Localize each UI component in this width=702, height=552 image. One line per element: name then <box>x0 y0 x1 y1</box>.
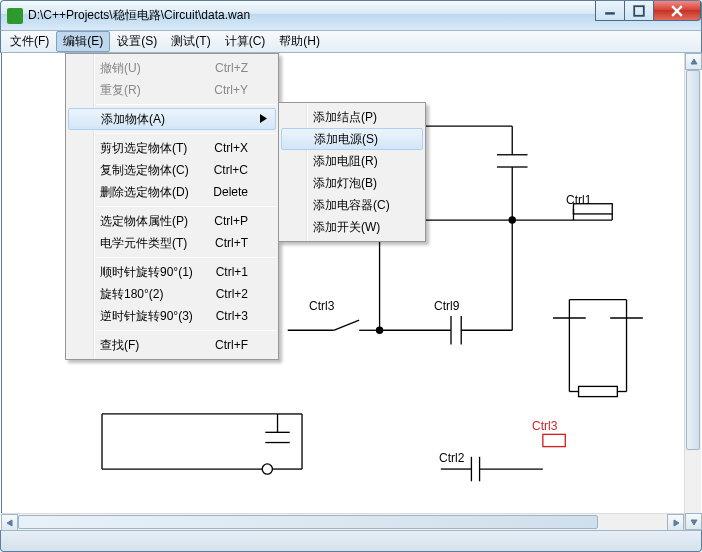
menu-calc[interactable]: 计算(C) <box>218 31 273 52</box>
menu-rotate-ccw[interactable]: 逆时针旋转90°(3)Ctrl+3 <box>66 305 278 327</box>
menu-find[interactable]: 查找(F)Ctrl+F <box>66 334 278 356</box>
vertical-scrollbar[interactable] <box>684 53 701 530</box>
menu-add-object[interactable]: 添加物体(A) <box>68 108 276 130</box>
menu-rotate-180[interactable]: 旋转180°(2)Ctrl+2 <box>66 283 278 305</box>
label-ctrl3-red: Ctrl3 <box>532 419 557 433</box>
svg-line-18 <box>334 320 360 330</box>
menu-help[interactable]: 帮助(H) <box>272 31 327 52</box>
add-object-submenu: 添加结点(P) 添加电源(S) 添加电阻(R) 添加灯泡(B) 添加电容器(C)… <box>278 102 426 242</box>
submenu-add-bulb[interactable]: 添加灯泡(B) <box>279 172 425 194</box>
edit-menu-dropdown: 撤销(U)Ctrl+Z 重复(R)Ctrl+Y 添加物体(A) 剪切选定物体(T… <box>65 53 279 360</box>
close-button[interactable] <box>653 1 701 21</box>
menu-settings[interactable]: 设置(S) <box>110 31 164 52</box>
submenu-add-switch[interactable]: 添加开关(W) <box>279 216 425 238</box>
window-titlebar: D:\C++Projects\稳恒电路\Circuit\data.wan <box>0 0 702 30</box>
minimize-button[interactable] <box>595 1 625 21</box>
svg-rect-1 <box>634 6 644 16</box>
svg-rect-33 <box>579 386 618 396</box>
statusbar <box>0 530 702 552</box>
menu-cut[interactable]: 剪切选定物体(T)Ctrl+X <box>66 137 278 159</box>
svg-point-38 <box>262 464 272 474</box>
menu-test[interactable]: 测试(T) <box>164 31 217 52</box>
submenu-add-node[interactable]: 添加结点(P) <box>279 106 425 128</box>
menu-edit[interactable]: 编辑(E) <box>56 31 110 52</box>
submenu-add-source[interactable]: 添加电源(S) <box>281 128 423 150</box>
horizontal-scrollbar[interactable] <box>1 513 684 530</box>
menu-redo[interactable]: 重复(R)Ctrl+Y <box>66 79 278 101</box>
submenu-arrow-icon <box>260 112 267 126</box>
menu-rotate-cw[interactable]: 顺时针旋转90°(1)Ctrl+1 <box>66 261 278 283</box>
label-ctrl3: Ctrl3 <box>309 299 334 313</box>
submenu-add-resistor[interactable]: 添加电阻(R) <box>279 150 425 172</box>
menu-file[interactable]: 文件(F) <box>3 31 56 52</box>
menu-copy[interactable]: 复制选定物体(C)Ctrl+C <box>66 159 278 181</box>
app-icon <box>7 8 23 24</box>
menubar: 文件(F) 编辑(E) 设置(S) 测试(T) 计算(C) 帮助(H) <box>0 30 702 53</box>
maximize-button[interactable] <box>624 1 654 21</box>
submenu-add-capacitor[interactable]: 添加电容器(C) <box>279 194 425 216</box>
menu-component-types[interactable]: 电学元件类型(T)Ctrl+T <box>66 232 278 254</box>
label-ctrl2: Ctrl2 <box>439 451 464 465</box>
window-title: D:\C++Projects\稳恒电路\Circuit\data.wan <box>28 7 250 24</box>
svg-rect-49 <box>543 434 565 446</box>
menu-properties[interactable]: 选定物体属性(P)Ctrl+P <box>66 210 278 232</box>
label-ctrl1: Ctrl1 <box>566 193 591 207</box>
menu-delete[interactable]: 删除选定物体(D)Delete <box>66 181 278 203</box>
menu-undo[interactable]: 撤销(U)Ctrl+Z <box>66 57 278 79</box>
label-ctrl9: Ctrl9 <box>434 299 459 313</box>
